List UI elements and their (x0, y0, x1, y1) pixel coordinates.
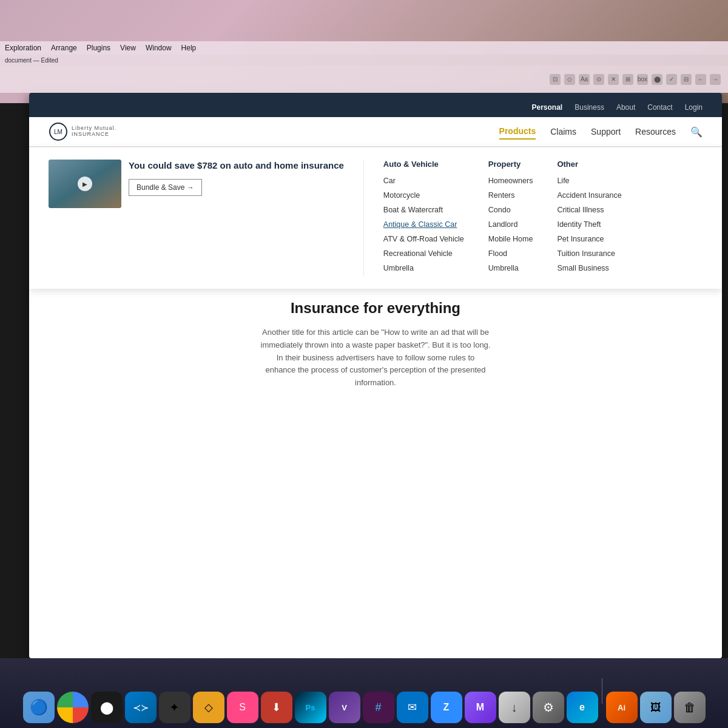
dock-item-finder[interactable]: 🔵 (23, 692, 55, 723)
nav-personal[interactable]: Personal (532, 103, 563, 112)
hero-text: You could save $782 on auto and home ins… (129, 160, 344, 196)
toolbar-icon-4[interactable]: ⊙ (593, 74, 604, 85)
toolbar-icon-11[interactable]: ← (695, 74, 706, 85)
nav-contact[interactable]: Contact (647, 103, 672, 112)
menu-link-critical-illness[interactable]: Critical Illness (557, 206, 604, 214)
lm-header-nav: LM Liberty Mutual. INSURANCE Products Cl… (29, 117, 722, 147)
video-thumbnail[interactable]: ▶ (49, 160, 121, 208)
dock-item-figma[interactable]: ✦ (159, 692, 190, 723)
menu-window[interactable]: Window (146, 44, 172, 52)
menu-link-motorcycle[interactable]: Motorcycle (383, 191, 420, 200)
list-item: Mobile Home (488, 233, 533, 244)
other-list: Life Accident Insurance Critical Illness… (557, 175, 621, 273)
menu-link-renters[interactable]: Renters (488, 191, 515, 200)
list-item: Car (383, 175, 464, 186)
dock-item-sketch[interactable]: ◇ (193, 692, 224, 723)
menu-plugins[interactable]: Plugins (87, 44, 110, 52)
lm-logo-icon: LM (49, 122, 68, 141)
lm-logo-text: Liberty Mutual. INSURANCE (72, 126, 116, 138)
property-list: Homeowners Renters Condo Landlord Mobile… (488, 175, 533, 273)
toolbar-icon-10[interactable]: ⊟ (681, 74, 692, 85)
toolbar-icon-9[interactable]: ✓ (666, 74, 677, 85)
menu-link-homeowners[interactable]: Homeowners (488, 177, 533, 185)
toolbar-icon-5[interactable]: ✕ (608, 74, 619, 85)
menu-columns: Auto & Vehicle Car Motorcycle Boat & Wat… (383, 160, 703, 277)
lm-nav-container: LM Liberty Mutual. INSURANCE Products Cl… (29, 117, 722, 147)
toolbar-icon-12[interactable]: → (710, 74, 721, 85)
nav-claims[interactable]: Claims (550, 124, 576, 139)
dock-item-chrome[interactable] (57, 692, 89, 723)
auto-vehicle-list: Car Motorcycle Boat & Watercraft Antique… (383, 175, 464, 273)
menu-link-landlord[interactable]: Landlord (488, 220, 518, 229)
dock-item-github[interactable]: ⬤ (91, 692, 123, 723)
list-item: Tuition Insurance (557, 248, 621, 258)
dock-item-ai[interactable]: Ai (606, 692, 638, 723)
menu-link-accident[interactable]: Accident Insurance (557, 191, 621, 200)
play-button[interactable]: ▶ (78, 177, 92, 191)
list-item: Flood (488, 248, 533, 258)
menu-col-auto-heading: Auto & Vehicle (383, 160, 464, 169)
dock-item-moose[interactable]: M (465, 692, 496, 723)
dock-item-torrent[interactable]: ⬇ (261, 692, 292, 723)
menu-link-life[interactable]: Life (557, 177, 569, 185)
dock-item-settings[interactable]: ⚙ (533, 692, 564, 723)
insurance-section-body: Another title for this article can be "H… (260, 326, 491, 389)
lm-logo[interactable]: LM Liberty Mutual. INSURANCE (49, 122, 116, 141)
dock-item-edge[interactable]: e (567, 692, 598, 723)
dock-item-zoom[interactable]: Z (431, 692, 462, 723)
nav-products[interactable]: Products (499, 124, 536, 140)
menu-link-identity-theft[interactable]: Identity Theft (557, 220, 601, 229)
dock-item-vpn[interactable]: V (329, 692, 360, 723)
menu-col-auto: Auto & Vehicle Car Motorcycle Boat & Wat… (383, 160, 464, 277)
menu-link-umbrella-auto[interactable]: Umbrella (383, 264, 414, 272)
mac-menubar: Exploration Arrange Plugins View Window … (0, 41, 728, 55)
dock-item-trash[interactable]: 🗑 (674, 692, 706, 723)
dock-item-storybook[interactable]: S (227, 692, 258, 723)
list-item: Umbrella (488, 262, 533, 273)
dock-item-download[interactable]: ↓ (499, 692, 530, 723)
menu-link-condo[interactable]: Condo (488, 206, 511, 214)
list-item: Critical Illness (557, 204, 621, 215)
menu-link-umbrella-property[interactable]: Umbrella (488, 264, 519, 272)
menu-link-pet[interactable]: Pet Insurance (557, 235, 604, 243)
toolbar-icon-3[interactable]: Aa (579, 74, 590, 85)
menu-help[interactable]: Help (181, 44, 197, 52)
dock-item-vscode[interactable]: ≺≻ (125, 692, 157, 723)
nav-business[interactable]: Business (575, 103, 604, 112)
nav-about[interactable]: About (616, 103, 635, 112)
list-item: Small Business (557, 262, 621, 273)
app-titlebar: document — Edited (0, 55, 728, 66)
toolbar-icon-2[interactable]: ◇ (564, 74, 575, 85)
list-item: Pet Insurance (557, 233, 621, 244)
menu-link-mobile-home[interactable]: Mobile Home (488, 235, 533, 243)
menu-view[interactable]: View (120, 44, 136, 52)
menu-link-small-business[interactable]: Small Business (557, 264, 608, 272)
nav-login[interactable]: Login (685, 103, 703, 112)
menu-col-property: Property Homeowners Renters Condo Landlo… (488, 160, 533, 277)
toolbar-icon-1[interactable]: ⊡ (550, 74, 561, 85)
dock-item-outlook[interactable]: ✉ (397, 692, 428, 723)
menu-link-flood[interactable]: Flood (488, 249, 507, 258)
nav-resources[interactable]: Resources (635, 124, 676, 139)
menu-link-atv[interactable]: ATV & Off-Road Vehicle (383, 235, 464, 243)
dock-item-preview[interactable]: 🖼 (640, 692, 672, 723)
menu-link-boat[interactable]: Boat & Watercraft (383, 206, 443, 214)
dock-item-ps[interactable]: Ps (295, 692, 326, 723)
menu-link-tuition[interactable]: Tuition Insurance (557, 249, 615, 258)
toolbar-icon-6[interactable]: ⊞ (622, 74, 633, 85)
list-item: Homeowners (488, 175, 533, 186)
app-subtitle: document — Edited (5, 57, 58, 64)
list-item: Motorcycle (383, 189, 464, 200)
list-item: Condo (488, 204, 533, 215)
list-item: Renters (488, 189, 533, 200)
menu-link-rv[interactable]: Recreational Vehicle (383, 249, 453, 258)
toolbar-icon-8[interactable]: ⬤ (652, 74, 662, 85)
nav-support[interactable]: Support (591, 124, 621, 139)
search-icon[interactable]: 🔍 (690, 126, 703, 138)
menu-link-car[interactable]: Car (383, 177, 396, 185)
dock-item-slack[interactable]: # (363, 692, 394, 723)
bundle-save-button[interactable]: Bundle & Save → (129, 179, 202, 196)
menu-link-antique[interactable]: Antique & Classic Car (383, 220, 457, 229)
toolbar-icon-7[interactable]: box (637, 74, 648, 85)
menu-arrange[interactable]: Arrange (51, 44, 77, 52)
